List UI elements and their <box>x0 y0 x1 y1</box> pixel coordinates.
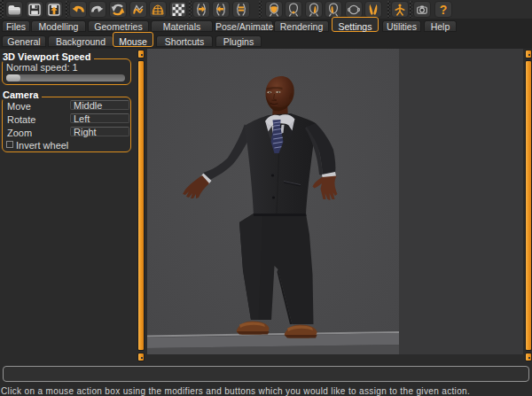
svg-text:?: ? <box>440 3 448 17</box>
